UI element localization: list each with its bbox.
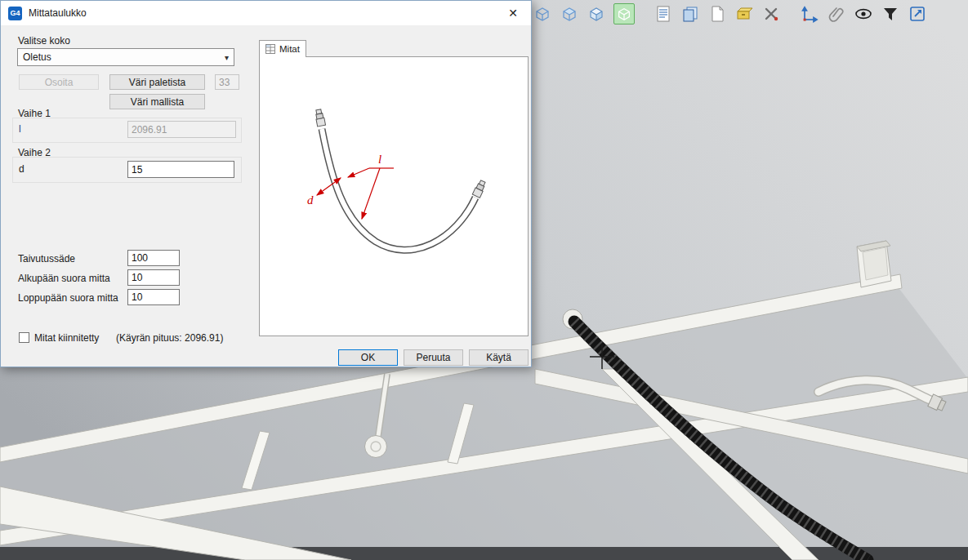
dialog-title: Mittataulukko: [29, 7, 87, 19]
delete-x-icon[interactable]: [761, 4, 781, 24]
eye-icon[interactable]: [854, 4, 873, 24]
cube-solid-glyph: [587, 5, 605, 23]
sheets-copy-glyph: [681, 5, 699, 23]
taivutussade-label: Taivutussäde: [18, 253, 75, 264]
dialog-titlebar[interactable]: G4 Mittataulukko ✕: [1, 1, 531, 25]
document-list-icon[interactable]: [654, 4, 673, 24]
mitat-kiinnitetty-checkbox[interactable]: [19, 332, 29, 343]
drawer-icon[interactable]: [734, 4, 754, 24]
delete-x-glyph: [762, 5, 780, 23]
chevron-down-icon: ▾: [225, 53, 229, 62]
dimension-d-label: d: [307, 193, 314, 207]
paperclip-glyph: [827, 5, 845, 23]
cube-green-glyph: [616, 6, 632, 22]
cube-wireframe-icon[interactable]: [533, 4, 552, 24]
export-window-glyph: [908, 5, 926, 23]
kayran-pituus-note: (Käyrän pituus: 2096.91): [116, 332, 223, 344]
ok-button[interactable]: OK: [338, 349, 398, 366]
peruuta-button[interactable]: Peruuta: [404, 349, 463, 366]
hose-curve: [322, 129, 475, 250]
loppupaa-field[interactable]: [127, 289, 180, 305]
filter-glyph: [881, 5, 899, 23]
dimension-l: l: [348, 153, 394, 219]
drawer-glyph: [735, 5, 753, 23]
d-label: d: [19, 163, 25, 175]
d-field[interactable]: [127, 161, 234, 178]
hose-fitting-right: [472, 180, 487, 198]
axes-icon[interactable]: [800, 4, 819, 24]
kayta-button[interactable]: Käytä: [469, 349, 529, 366]
dimension-l-label: l: [378, 153, 381, 166]
cube-shaded-icon[interactable]: [560, 4, 579, 24]
eye-glyph: [854, 4, 873, 24]
filter-icon[interactable]: [881, 4, 900, 24]
vari-paletista-button[interactable]: Väri paletista: [109, 74, 205, 90]
paperclip-icon[interactable]: [827, 4, 846, 24]
size-dropdown[interactable]: Oletus ▾: [17, 48, 234, 66]
loppupaa-label: Loppupään suora mitta: [18, 292, 118, 304]
page-curl-icon[interactable]: [707, 4, 727, 24]
cube-wireframe-glyph: [533, 5, 551, 23]
alkupaa-field[interactable]: [127, 269, 180, 286]
document-list-glyph: [654, 5, 672, 23]
main-toolbar: [533, 3, 927, 24]
size-dropdown-value: Oletus: [23, 51, 51, 63]
app-icon: G4: [8, 7, 22, 20]
tab-mitat-label: Mitat: [279, 44, 300, 54]
sheets-copy-icon[interactable]: [680, 4, 700, 24]
hose-preview-drawing: l d: [260, 57, 528, 336]
hose-fitting-left: [314, 109, 326, 127]
mittataulukko-dialog: G4 Mittataulukko ✕ Valitse koko Oletus ▾…: [0, 0, 532, 367]
close-button[interactable]: ✕: [498, 2, 528, 24]
l-label: l: [19, 123, 21, 135]
cube-shaded-glyph: [560, 5, 578, 23]
cube-solid-icon[interactable]: [587, 4, 606, 24]
tab-mitat[interactable]: Mitat: [259, 40, 306, 57]
cube-green-icon[interactable]: [613, 3, 635, 24]
export-window-icon[interactable]: [908, 4, 927, 24]
valitse-koko-label: Valitse koko: [18, 35, 70, 47]
mitat-kiinnitetty-label: Mitat kiinnitetty: [34, 332, 99, 344]
alkupaa-label: Alkupään suora mitta: [18, 273, 110, 284]
vari-mallista-button[interactable]: Väri mallista: [109, 94, 205, 109]
preview-panel: l d: [259, 56, 529, 336]
osoita-button: Osoita: [19, 74, 99, 90]
l-field: [127, 121, 236, 138]
axes-glyph: [801, 5, 819, 23]
taivutussade-field[interactable]: [127, 250, 180, 266]
page-curl-glyph: [708, 5, 726, 23]
table-icon: [265, 44, 275, 54]
palette-number-field: [215, 74, 239, 90]
